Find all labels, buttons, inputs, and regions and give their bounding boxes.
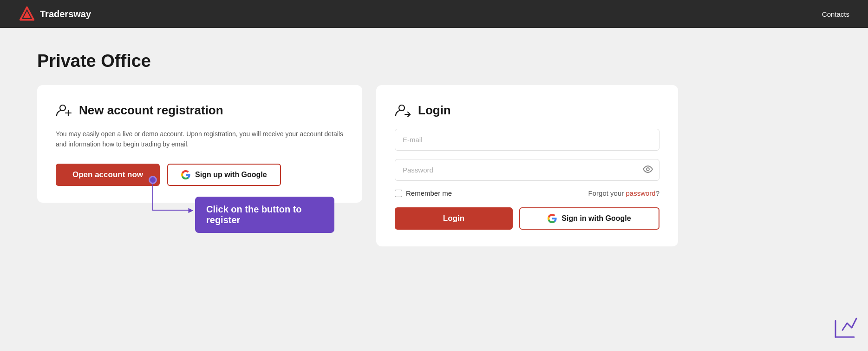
sign-in-google-label: Sign in with Google bbox=[561, 214, 631, 223]
remember-me-text: Remember me bbox=[406, 189, 452, 197]
registration-description: You may easily open a live or demo accou… bbox=[56, 129, 344, 150]
page-title: Private Office bbox=[37, 51, 831, 71]
annotation-line-horizontal bbox=[152, 210, 189, 211]
bottom-right-decorative-icon bbox=[831, 314, 859, 342]
login-button[interactable]: Login bbox=[395, 207, 513, 230]
tradersway-logo-icon bbox=[19, 6, 35, 22]
forgot-suffix: ? bbox=[656, 189, 659, 197]
login-options: Remember me Forgot your password? bbox=[395, 189, 659, 197]
login-title: Login bbox=[418, 103, 451, 118]
registration-card-header: New account registration bbox=[56, 102, 344, 119]
cards-row: New account registration You may easily … bbox=[37, 85, 831, 246]
email-input[interactable] bbox=[395, 129, 659, 151]
login-user-icon bbox=[395, 102, 411, 119]
annotation-line-vertical bbox=[152, 184, 153, 210]
remember-me-label[interactable]: Remember me bbox=[395, 189, 452, 197]
forgot-password-text: Forgot your password? bbox=[588, 189, 659, 197]
login-card-header: Login bbox=[395, 102, 659, 119]
svg-point-7 bbox=[646, 168, 649, 171]
login-card: Login Remember me bbox=[376, 85, 678, 246]
annotation-text: Click on the button to register bbox=[206, 204, 302, 225]
contacts-link[interactable]: Contacts bbox=[822, 10, 849, 18]
login-actions: Login Sign in with Google bbox=[395, 207, 659, 230]
user-plus-icon bbox=[56, 102, 72, 119]
logo-area: Tradersway bbox=[19, 6, 91, 22]
sign-in-google-button[interactable]: Sign in with Google bbox=[519, 207, 659, 230]
open-account-button[interactable]: Open account now bbox=[56, 164, 160, 186]
forgot-prefix: Forgot your bbox=[588, 189, 626, 197]
forgot-password-link[interactable]: password bbox=[626, 189, 655, 197]
remember-me-checkbox[interactable] bbox=[395, 190, 402, 197]
email-group bbox=[395, 129, 659, 151]
password-input[interactable] bbox=[395, 159, 659, 181]
app-header: Tradersway Contacts bbox=[0, 0, 868, 28]
annotation-dot bbox=[149, 176, 157, 184]
google-g-icon-login bbox=[548, 214, 557, 223]
password-group bbox=[395, 159, 659, 181]
main-content: Private Office New account registration … bbox=[0, 28, 868, 270]
annotation-arrow: ► bbox=[187, 205, 195, 215]
registration-title: New account registration bbox=[79, 103, 223, 118]
logo-text: Tradersway bbox=[40, 9, 91, 20]
annotation-bubble: Click on the button to register bbox=[195, 197, 334, 233]
show-password-icon[interactable] bbox=[643, 164, 653, 176]
annotation-container: ► Click on the button to register bbox=[149, 176, 334, 250]
registration-card: New account registration You may easily … bbox=[37, 85, 362, 203]
